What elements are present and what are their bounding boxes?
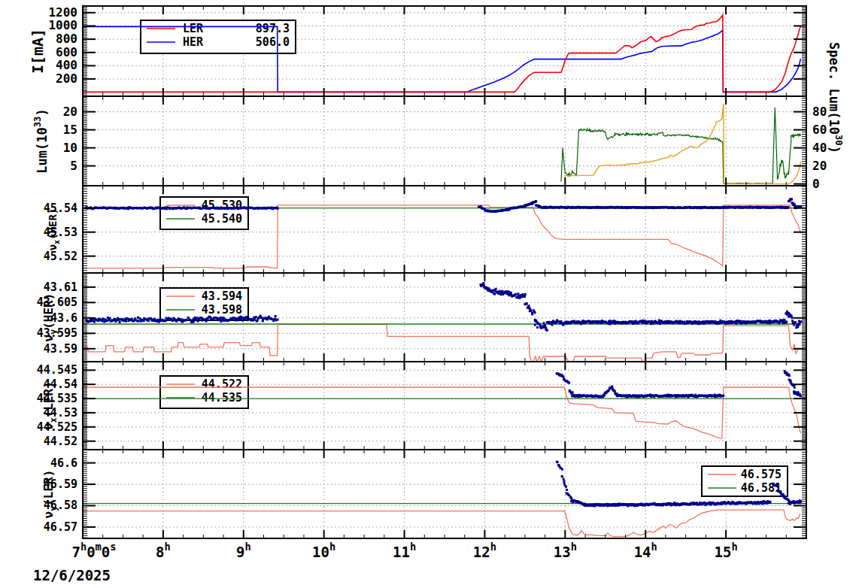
y-tick-label: 15 [63, 123, 77, 137]
right-tick-label: 60 [812, 123, 827, 137]
legend-value: 43.598 [202, 303, 242, 317]
legend-nu-x-ler: 44.52244.535 [160, 376, 248, 408]
legend-value: 44.522 [202, 377, 242, 391]
date-label: 12/6/2025 [33, 567, 111, 583]
legend-value: 897.3 [256, 22, 290, 35]
strip-chart-page: LER897.3HER506.020040060080010001200I[mA… [0, 0, 868, 588]
y-tick-label: 43.59 [44, 342, 77, 356]
y-tick-label: 10 [63, 141, 77, 155]
y-tick-label: 20 [63, 105, 77, 119]
legend-value: 45.540 [202, 212, 242, 226]
legend-nu-y-her: 43.59443.598 [160, 288, 248, 320]
legend-label: LER [183, 22, 204, 35]
y-tick-label: 400 [56, 58, 77, 72]
background [0, 0, 868, 588]
legend-value: 45.530 [202, 199, 242, 212]
y-tick-label: 600 [56, 45, 77, 59]
legend-label: HER [183, 35, 204, 49]
x-tick-label: 7h0m0s [71, 541, 116, 560]
y-tick-label: 44.545 [37, 363, 77, 377]
y-tick-label: 46.6 [50, 456, 77, 470]
right-tick-label: 80 [812, 105, 827, 119]
legend-nu-y-ler: 46.57546.581 [702, 466, 788, 496]
legend-value: 43.594 [202, 289, 242, 303]
legend-value: 506.0 [256, 35, 290, 49]
legend-value: 44.535 [202, 391, 242, 405]
y-tick-label: 1000 [48, 18, 77, 32]
y-tick-label: 5 [70, 159, 77, 173]
right-tick-label: 0 [812, 177, 820, 191]
legend-nu-x-her: 45.53045.540 [160, 197, 248, 229]
right-tick-label: 20 [812, 159, 827, 173]
legend-value: 46.575 [741, 468, 782, 481]
right-tick-label: 40 [812, 141, 827, 155]
y-tick-label: 800 [56, 32, 77, 46]
legend-value: 46.581 [741, 481, 782, 495]
tune-history-chart: LER897.3HER506.020040060080010001200I[mA… [0, 0, 868, 588]
y-tick-label: 1200 [48, 5, 77, 20]
y-tick-label: 46.57 [44, 520, 77, 534]
y-tick-label: 45.52 [44, 250, 77, 263]
y-tick-label: 200 [56, 71, 77, 86]
y-tick-label: 44.52 [44, 435, 77, 448]
legend-beam-current: LER897.3HER506.0 [141, 20, 296, 53]
y-tick-label: 43.61 [44, 280, 77, 294]
y-axis-title-beam-current: I[mA] [29, 29, 47, 74]
